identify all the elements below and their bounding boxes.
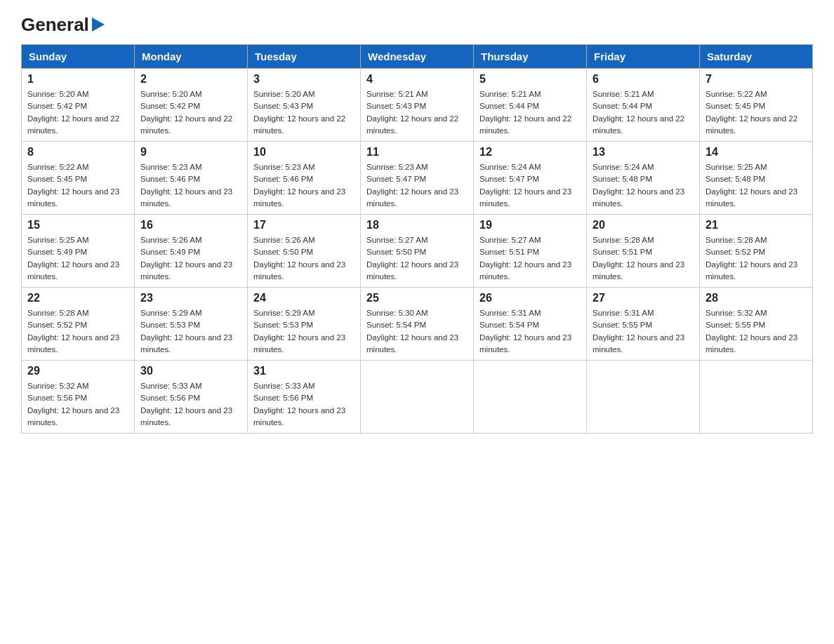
logo-text: General <box>21 14 105 36</box>
day-info: Sunrise: 5:22 AMSunset: 5:45 PMDaylight:… <box>27 161 128 210</box>
calendar-cell: 4Sunrise: 5:21 AMSunset: 5:43 PMDaylight… <box>361 69 474 142</box>
calendar-cell: 29Sunrise: 5:32 AMSunset: 5:56 PMDayligh… <box>22 361 135 434</box>
day-info: Sunrise: 5:32 AMSunset: 5:56 PMDaylight:… <box>27 380 128 429</box>
day-info: Sunrise: 5:23 AMSunset: 5:46 PMDaylight:… <box>253 161 355 210</box>
day-number: 9 <box>140 146 241 159</box>
calendar-cell: 28Sunrise: 5:32 AMSunset: 5:55 PMDayligh… <box>700 288 813 361</box>
calendar-cell: 14Sunrise: 5:25 AMSunset: 5:48 PMDayligh… <box>700 142 813 215</box>
calendar-cell: 1Sunrise: 5:20 AMSunset: 5:42 PMDaylight… <box>22 69 135 142</box>
day-number: 26 <box>479 292 581 304</box>
calendar-cell: 5Sunrise: 5:21 AMSunset: 5:44 PMDaylight… <box>474 69 587 142</box>
day-number: 2 <box>140 73 241 86</box>
calendar-cell: 23Sunrise: 5:29 AMSunset: 5:53 PMDayligh… <box>135 288 248 361</box>
day-info: Sunrise: 5:24 AMSunset: 5:48 PMDaylight:… <box>593 161 694 210</box>
calendar-header-thursday: Thursday <box>474 45 587 69</box>
day-number: 18 <box>366 219 468 232</box>
day-number: 3 <box>253 73 355 86</box>
day-number: 10 <box>253 146 355 159</box>
day-info: Sunrise: 5:21 AMSunset: 5:44 PMDaylight:… <box>593 88 694 137</box>
calendar-cell: 13Sunrise: 5:24 AMSunset: 5:48 PMDayligh… <box>587 142 700 215</box>
calendar-cell: 3Sunrise: 5:20 AMSunset: 5:43 PMDaylight… <box>248 69 361 142</box>
day-info: Sunrise: 5:27 AMSunset: 5:50 PMDaylight:… <box>366 234 468 283</box>
day-number: 7 <box>706 73 807 86</box>
day-number: 11 <box>366 146 468 159</box>
day-info: Sunrise: 5:32 AMSunset: 5:55 PMDaylight:… <box>706 307 807 356</box>
day-info: Sunrise: 5:33 AMSunset: 5:56 PMDaylight:… <box>140 380 241 429</box>
day-number: 29 <box>27 365 128 377</box>
day-info: Sunrise: 5:25 AMSunset: 5:49 PMDaylight:… <box>27 234 128 283</box>
day-info: Sunrise: 5:20 AMSunset: 5:43 PMDaylight:… <box>253 88 355 137</box>
calendar-week-row: 1Sunrise: 5:20 AMSunset: 5:42 PMDaylight… <box>22 69 813 142</box>
calendar-cell: 16Sunrise: 5:26 AMSunset: 5:49 PMDayligh… <box>135 215 248 288</box>
calendar-cell: 21Sunrise: 5:28 AMSunset: 5:52 PMDayligh… <box>700 215 813 288</box>
day-number: 21 <box>706 219 807 232</box>
svg-marker-0 <box>92 18 105 32</box>
calendar-table: SundayMondayTuesdayWednesdayThursdayFrid… <box>21 44 813 434</box>
day-info: Sunrise: 5:22 AMSunset: 5:45 PMDaylight:… <box>706 88 807 137</box>
day-number: 6 <box>593 73 694 86</box>
calendar-cell: 31Sunrise: 5:33 AMSunset: 5:56 PMDayligh… <box>248 361 361 434</box>
day-info: Sunrise: 5:20 AMSunset: 5:42 PMDaylight:… <box>140 88 241 137</box>
day-number: 25 <box>366 292 468 304</box>
logo: General <box>21 14 105 32</box>
calendar-cell: 19Sunrise: 5:27 AMSunset: 5:51 PMDayligh… <box>474 215 587 288</box>
calendar-cell: 11Sunrise: 5:23 AMSunset: 5:47 PMDayligh… <box>361 142 474 215</box>
calendar-cell: 24Sunrise: 5:29 AMSunset: 5:53 PMDayligh… <box>248 288 361 361</box>
calendar-cell: 8Sunrise: 5:22 AMSunset: 5:45 PMDaylight… <box>22 142 135 215</box>
day-number: 12 <box>479 146 581 159</box>
day-number: 30 <box>140 365 241 377</box>
day-number: 16 <box>140 219 241 232</box>
calendar-week-row: 15Sunrise: 5:25 AMSunset: 5:49 PMDayligh… <box>22 215 813 288</box>
day-info: Sunrise: 5:31 AMSunset: 5:54 PMDaylight:… <box>479 307 581 356</box>
day-info: Sunrise: 5:23 AMSunset: 5:46 PMDaylight:… <box>140 161 241 210</box>
calendar-cell <box>700 361 813 434</box>
calendar-cell <box>361 361 474 434</box>
calendar-cell: 12Sunrise: 5:24 AMSunset: 5:47 PMDayligh… <box>474 142 587 215</box>
calendar-header-saturday: Saturday <box>700 45 813 69</box>
calendar-cell: 7Sunrise: 5:22 AMSunset: 5:45 PMDaylight… <box>700 69 813 142</box>
logo-general: General <box>21 14 89 36</box>
calendar-cell: 9Sunrise: 5:23 AMSunset: 5:46 PMDaylight… <box>135 142 248 215</box>
calendar-cell <box>587 361 700 434</box>
day-info: Sunrise: 5:26 AMSunset: 5:50 PMDaylight:… <box>253 234 355 283</box>
calendar-cell <box>474 361 587 434</box>
day-info: Sunrise: 5:30 AMSunset: 5:54 PMDaylight:… <box>366 307 468 356</box>
calendar-header-monday: Monday <box>135 45 248 69</box>
calendar-cell: 27Sunrise: 5:31 AMSunset: 5:55 PMDayligh… <box>587 288 700 361</box>
calendar-cell: 22Sunrise: 5:28 AMSunset: 5:52 PMDayligh… <box>22 288 135 361</box>
day-info: Sunrise: 5:26 AMSunset: 5:49 PMDaylight:… <box>140 234 241 283</box>
calendar-header-tuesday: Tuesday <box>248 45 361 69</box>
calendar-cell: 25Sunrise: 5:30 AMSunset: 5:54 PMDayligh… <box>361 288 474 361</box>
calendar-week-row: 29Sunrise: 5:32 AMSunset: 5:56 PMDayligh… <box>22 361 813 434</box>
day-info: Sunrise: 5:24 AMSunset: 5:47 PMDaylight:… <box>479 161 581 210</box>
day-number: 24 <box>253 292 355 304</box>
day-number: 13 <box>593 146 694 159</box>
calendar-header-sunday: Sunday <box>22 45 135 69</box>
day-number: 1 <box>27 73 128 86</box>
day-number: 31 <box>253 365 355 377</box>
day-number: 14 <box>706 146 807 159</box>
calendar-header-friday: Friday <box>587 45 700 69</box>
day-info: Sunrise: 5:20 AMSunset: 5:42 PMDaylight:… <box>27 88 128 137</box>
calendar-cell: 26Sunrise: 5:31 AMSunset: 5:54 PMDayligh… <box>474 288 587 361</box>
day-info: Sunrise: 5:25 AMSunset: 5:48 PMDaylight:… <box>706 161 807 210</box>
day-info: Sunrise: 5:21 AMSunset: 5:43 PMDaylight:… <box>366 88 468 137</box>
day-number: 23 <box>140 292 241 304</box>
day-number: 4 <box>366 73 468 86</box>
calendar-cell: 17Sunrise: 5:26 AMSunset: 5:50 PMDayligh… <box>248 215 361 288</box>
day-info: Sunrise: 5:28 AMSunset: 5:52 PMDaylight:… <box>27 307 128 356</box>
day-number: 22 <box>27 292 128 304</box>
day-number: 28 <box>706 292 807 304</box>
day-number: 15 <box>27 219 128 232</box>
day-info: Sunrise: 5:27 AMSunset: 5:51 PMDaylight:… <box>479 234 581 283</box>
day-info: Sunrise: 5:29 AMSunset: 5:53 PMDaylight:… <box>253 307 355 356</box>
calendar-cell: 30Sunrise: 5:33 AMSunset: 5:56 PMDayligh… <box>135 361 248 434</box>
day-info: Sunrise: 5:23 AMSunset: 5:47 PMDaylight:… <box>366 161 468 210</box>
day-info: Sunrise: 5:33 AMSunset: 5:56 PMDaylight:… <box>253 380 355 429</box>
calendar-week-row: 8Sunrise: 5:22 AMSunset: 5:45 PMDaylight… <box>22 142 813 215</box>
day-info: Sunrise: 5:29 AMSunset: 5:53 PMDaylight:… <box>140 307 241 356</box>
day-number: 8 <box>27 146 128 159</box>
day-number: 19 <box>479 219 581 232</box>
calendar-cell: 20Sunrise: 5:28 AMSunset: 5:51 PMDayligh… <box>587 215 700 288</box>
day-info: Sunrise: 5:31 AMSunset: 5:55 PMDaylight:… <box>593 307 694 356</box>
